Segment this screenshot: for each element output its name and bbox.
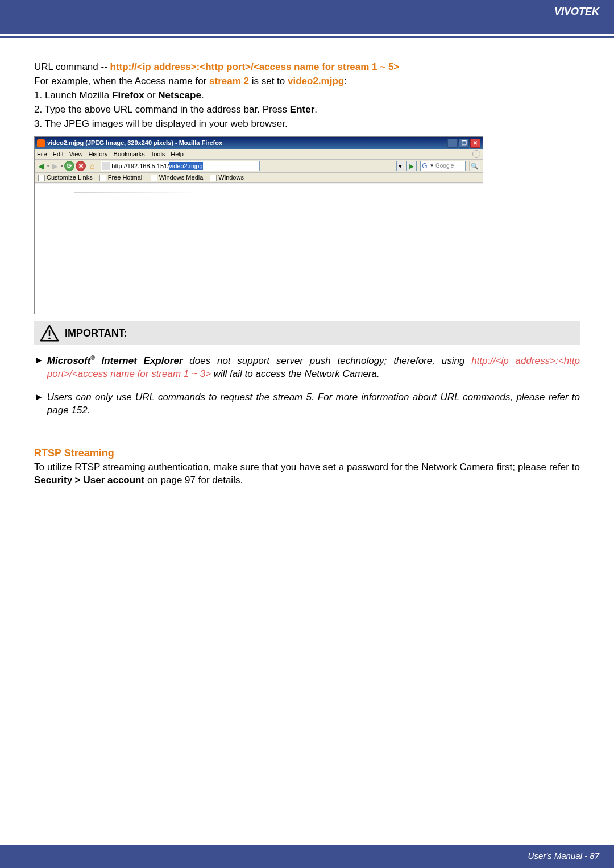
text: on page 97 for details. xyxy=(144,475,243,485)
page-icon xyxy=(210,175,217,181)
bookmark-label: Windows xyxy=(218,173,244,182)
step1: 1. Launch Mozilla Firefox or Netscape. xyxy=(34,89,580,102)
address-text: http://192.168.5.151/ xyxy=(111,162,169,171)
search-loupe-button[interactable]: 🔍 xyxy=(469,161,480,171)
browser-titlebar: video2.mjpg (JPEG Image, 320x240 pixels)… xyxy=(35,137,483,149)
browser-screenshot: video2.mjpg (JPEG Image, 320x240 pixels)… xyxy=(34,136,483,315)
bookmark-windows-media[interactable]: Windows Media xyxy=(151,173,204,182)
example-line: For example, when the Access name for st… xyxy=(34,75,580,88)
important-bullet-1: ► Microsoft® Internet Explorer does not … xyxy=(34,354,580,381)
maximize-button[interactable]: ❐ xyxy=(459,139,469,148)
page-icon xyxy=(99,175,106,181)
text: 1. Launch Mozilla xyxy=(34,90,112,101)
address-selected-text: video2.mjpg xyxy=(169,162,202,171)
text: To utilize RTSP streaming authentication… xyxy=(34,462,580,472)
browser-toolbar: ◀ • ▶ • ⟳ ✕ ⌂ http://192.168.5.151/video… xyxy=(35,160,483,173)
video2-label: video2.mjpg xyxy=(288,76,344,86)
text: . xyxy=(314,104,317,115)
menu-bookmarks[interactable]: Bookmarks xyxy=(114,150,145,159)
important-body: ► Microsoft® Internet Explorer does not … xyxy=(34,354,580,417)
bullet-marker: ► xyxy=(34,391,44,417)
address-url: http://192.168.5.151/video2.mjpg xyxy=(111,162,202,171)
stream2-label: stream 2 xyxy=(209,76,249,86)
netscape-bold: Netscape xyxy=(158,90,201,101)
go-button[interactable]: ▶ xyxy=(406,161,417,171)
page-icon xyxy=(38,175,45,181)
ie-bold: Internet Explorer xyxy=(95,355,183,366)
rtsp-section: RTSP Streaming To utilize RTSP streaming… xyxy=(34,446,580,487)
warning-icon xyxy=(40,325,59,342)
bullet-text: Users can only use URL commands to reque… xyxy=(47,391,580,417)
bookmark-label: Windows Media xyxy=(159,173,204,182)
footer-band: User's Manual - 87 xyxy=(0,845,614,868)
menu-file[interactable]: File xyxy=(37,150,47,159)
svg-point-2 xyxy=(48,338,50,339)
search-engine-dropdown[interactable]: ▼ xyxy=(429,163,434,169)
bookmarks-toolbar: Customize Links Free Hotmail Windows Med… xyxy=(35,173,483,183)
text: will fail to access the Network Camera. xyxy=(211,368,380,379)
firefox-bold: Firefox xyxy=(112,90,144,101)
url-prefix: URL command -- xyxy=(34,61,110,72)
header-band: VIVOTEK xyxy=(0,0,614,34)
google-icon: G xyxy=(421,162,429,170)
url-command-text: http://<ip address>:<http port>/<access … xyxy=(110,61,400,72)
bookmark-label: Customize Links xyxy=(47,173,93,182)
url-command-line: URL command -- http://<ip address>:<http… xyxy=(34,61,580,74)
text: For example, when the Access name for xyxy=(34,76,209,86)
step3: 3. The JPEG images will be displayed in … xyxy=(34,118,580,131)
separator-icon: • xyxy=(60,163,63,169)
window-title: video2.mjpg (JPEG Image, 320x240 pixels)… xyxy=(47,139,222,147)
enter-bold: Enter xyxy=(290,104,314,115)
section-divider xyxy=(34,429,580,429)
firefox-icon xyxy=(37,139,45,147)
important-callout: IMPORTANT: xyxy=(34,321,580,345)
text: 2. Type the above URL command in the add… xyxy=(34,104,290,115)
stop-button[interactable]: ✕ xyxy=(76,161,86,171)
window-controls: _ ❐ ✕ xyxy=(447,139,480,148)
separator-icon: • xyxy=(47,163,49,169)
bullet-marker: ► xyxy=(34,354,44,381)
minimize-button[interactable]: _ xyxy=(447,139,458,148)
bookmark-windows[interactable]: Windows xyxy=(210,173,244,182)
ms-bold: Microsoft xyxy=(47,355,91,366)
menu-history[interactable]: History xyxy=(88,150,107,159)
footer-text: User's Manual - 87 xyxy=(528,851,599,861)
rtsp-body: To utilize RTSP streaming authentication… xyxy=(34,461,580,487)
text: : xyxy=(344,76,347,86)
text: . xyxy=(201,90,204,101)
registered-mark: ® xyxy=(90,355,94,361)
search-placeholder: Google xyxy=(434,162,465,170)
page-content: URL command -- http://<ip address>:<http… xyxy=(0,38,614,487)
address-dropdown-button[interactable]: ▼ xyxy=(396,161,404,171)
search-bar[interactable]: G ▼ Google xyxy=(420,161,466,171)
step2: 2. Type the above URL command in the add… xyxy=(34,103,580,117)
bookmark-customize-links[interactable]: Customize Links xyxy=(38,173,93,182)
text: or xyxy=(144,90,159,101)
menu-help[interactable]: Help xyxy=(171,150,184,159)
reload-button[interactable]: ⟳ xyxy=(64,161,74,171)
forward-button[interactable]: ▶ xyxy=(51,161,59,172)
image-placeholder xyxy=(74,192,200,193)
bookmark-free-hotmail[interactable]: Free Hotmail xyxy=(99,173,144,182)
bookmark-label: Free Hotmail xyxy=(108,173,144,182)
browser-menubar: File Edit View History Bookmarks Tools H… xyxy=(35,149,483,160)
back-button[interactable]: ◀ xyxy=(37,161,45,172)
home-button[interactable]: ⌂ xyxy=(87,161,97,171)
close-button[interactable]: ✕ xyxy=(470,139,480,148)
menu-edit[interactable]: Edit xyxy=(53,150,64,159)
important-heading: IMPORTANT: xyxy=(65,326,127,340)
titlebar-left: video2.mjpg (JPEG Image, 320x240 pixels)… xyxy=(37,139,222,147)
brand-label: VIVOTEK xyxy=(554,6,599,17)
important-bullet-2: ► Users can only use URL commands to req… xyxy=(34,391,580,417)
bullet-text: Microsoft® Internet Explorer does not su… xyxy=(47,354,580,381)
menu-view[interactable]: View xyxy=(69,150,83,159)
address-bar[interactable]: http://192.168.5.151/video2.mjpg xyxy=(101,161,260,171)
page-icon xyxy=(102,162,110,170)
rtsp-heading: RTSP Streaming xyxy=(34,446,580,460)
throbber-icon xyxy=(472,150,480,158)
text: is set to xyxy=(249,76,288,86)
menu-tools[interactable]: Tools xyxy=(151,150,165,159)
page-icon xyxy=(151,175,157,181)
security-path-bold: Security > User account xyxy=(34,475,144,485)
text: does not support server push technology;… xyxy=(183,355,472,366)
